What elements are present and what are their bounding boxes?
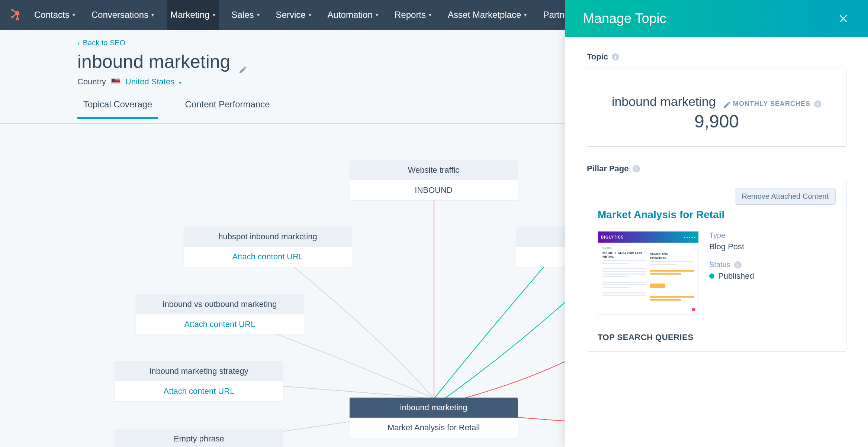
pillar-meta-col: Type Blog Post Status i Published	[709, 231, 754, 315]
topic-value: inbound marketing	[612, 94, 716, 109]
top-search-queries-heading: TOP SEARCH QUERIES	[598, 333, 836, 342]
pillar-meta: BIGLYTICS BLOG MARKET ANALYSIS FOR RETAI…	[598, 231, 836, 315]
node-title: hubspot inbound marketing	[184, 227, 352, 247]
info-icon[interactable]: i	[734, 261, 742, 269]
type-label: Type	[709, 231, 754, 240]
nav-contacts[interactable]: Contacts▾	[30, 0, 79, 30]
pillar-section: Pillar Page i Remove Attached Content Ma…	[587, 164, 846, 352]
center-node-subtitle: Market Analysis for Retail	[350, 418, 518, 438]
chevron-down-icon: ▾	[73, 12, 75, 18]
pillar-label: Pillar Page i	[587, 164, 846, 174]
chevron-down-icon: ▾	[376, 12, 378, 18]
monthly-searches-value: 9,900	[596, 111, 837, 132]
chevron-down-icon: ▾	[213, 12, 215, 18]
topic-value-row: inbound marketing	[612, 94, 732, 109]
status-indicator-icon	[692, 308, 695, 311]
chevron-down-icon: ▾	[179, 80, 181, 85]
cluster-node-inbound-vs-outbound[interactable]: inbound vs outbound marketing Attach con…	[136, 294, 304, 334]
chevron-down-icon: ▾	[257, 12, 260, 18]
remove-attached-content-button[interactable]: Remove Attached Content	[735, 188, 836, 205]
cluster-center-node[interactable]: inbound marketing Market Analysis for Re…	[350, 398, 518, 438]
chevron-down-icon: ▾	[151, 12, 154, 18]
country-label: Country	[77, 77, 106, 87]
center-node-title: inbound marketing	[350, 398, 518, 418]
attach-url-link[interactable]: Attach content URL	[115, 381, 283, 401]
attach-url-link[interactable]: Attach content URL	[136, 314, 304, 334]
type-value: Blog Post	[709, 242, 754, 252]
nav-automation[interactable]: Automation▾	[324, 0, 382, 30]
close-button[interactable]	[837, 12, 850, 25]
cluster-node-empty-phrase[interactable]: Empty phrase	[115, 429, 283, 447]
status-label: Status i	[709, 260, 754, 269]
pillar-thumbnail: BIGLYTICS BLOG MARKET ANALYSIS FOR RETAI…	[598, 231, 699, 315]
panel-title: Manage Topic	[583, 11, 666, 26]
node-title: inbound vs outbound marketing	[136, 294, 304, 314]
monthly-searches-label: MONTHLY SEARCHES i	[733, 100, 822, 108]
svg-point-5	[12, 9, 14, 11]
status-dot-icon	[709, 273, 714, 279]
status-value: Published	[718, 271, 754, 281]
topic-card: inbound marketing MONTHLY SEARCHES i 9,9…	[587, 68, 846, 147]
us-flag-icon	[111, 78, 120, 85]
nav-reports[interactable]: Reports▾	[391, 0, 435, 30]
cluster-node-inbound-strategy[interactable]: inbound marketing strategy Attach conten…	[115, 361, 283, 401]
back-link[interactable]: ‹ Back to SEO	[77, 39, 125, 47]
attach-url-link[interactable]: Attach content URL	[184, 247, 352, 267]
info-icon[interactable]: i	[814, 100, 822, 108]
status-value-row: Published	[709, 271, 754, 281]
nav-conversations[interactable]: Conversations▾	[88, 0, 158, 30]
tab-content-performance[interactable]: Content Performance	[179, 99, 276, 119]
manage-topic-panel: Manage Topic Topic i inbound marketing M…	[565, 0, 868, 447]
node-title: inbound marketing strategy	[115, 361, 283, 381]
nav-marketing[interactable]: Marketing▾	[167, 0, 219, 30]
svg-point-6	[12, 16, 14, 18]
info-icon[interactable]: i	[612, 53, 619, 61]
cluster-node-hubspot-inbound[interactable]: hubspot inbound marketing Attach content…	[184, 227, 352, 267]
info-icon[interactable]: i	[633, 165, 640, 172]
node-title: Website traffic	[350, 160, 518, 180]
hubspot-logo[interactable]	[9, 9, 22, 21]
back-link-label: Back to SEO	[83, 39, 126, 47]
pillar-card: Remove Attached Content Market Analysis …	[587, 179, 846, 352]
node-title: Empty phrase	[115, 429, 283, 447]
edit-title-button[interactable]	[238, 57, 247, 66]
country-select[interactable]: United States ▾	[125, 77, 181, 87]
chevron-left-icon: ‹	[77, 39, 80, 47]
tab-topical-coverage[interactable]: Topical Coverage	[77, 99, 158, 119]
nav-asset-marketplace[interactable]: Asset Marketplace▾	[444, 0, 530, 30]
nav-sales[interactable]: Sales▾	[228, 0, 263, 30]
chevron-down-icon: ▾	[524, 12, 527, 18]
panel-body: Topic i inbound marketing MONTHLY SEARCH…	[565, 37, 868, 447]
panel-header: Manage Topic	[565, 0, 868, 37]
nav-service[interactable]: Service▾	[272, 0, 315, 30]
chevron-down-icon: ▾	[429, 12, 431, 18]
pillar-page-link[interactable]: Market Analysis for Retail	[598, 209, 836, 221]
chevron-down-icon: ▾	[309, 12, 311, 18]
edit-topic-button[interactable]	[723, 97, 732, 106]
topic-field-label: Topic i	[587, 52, 846, 62]
node-body: INBOUND	[350, 180, 518, 200]
cluster-node-website-traffic[interactable]: Website traffic INBOUND	[350, 160, 518, 200]
